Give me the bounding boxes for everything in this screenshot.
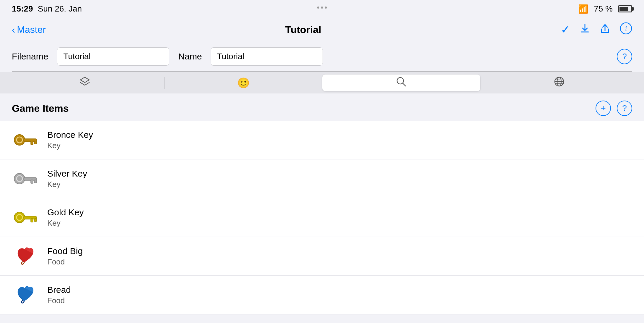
item-icon-gold-key <box>12 204 38 231</box>
list-item[interactable]: Silver Key Key <box>0 159 644 198</box>
tab-search[interactable] <box>322 75 480 91</box>
battery-percent: 75 % <box>594 4 613 14</box>
nav-bar: ‹ Master Tutorial ✓ i <box>0 18 644 41</box>
svg-rect-11 <box>34 141 37 144</box>
item-icon-food-big <box>12 243 38 269</box>
item-type: Key <box>47 141 93 150</box>
item-text-food-big: Food Big Food <box>47 246 83 267</box>
item-name: Gold Key <box>47 207 84 217</box>
status-date: Sun 26. Jan <box>38 4 82 14</box>
item-name: Bronce Key <box>47 130 93 140</box>
item-name: Silver Key <box>47 169 87 179</box>
name-label: Name <box>178 51 202 62</box>
tab-bar: 🙂 <box>0 72 644 93</box>
list-item[interactable]: Food Big Food <box>0 237 644 276</box>
svg-rect-20 <box>31 219 33 222</box>
battery-icon <box>618 5 632 12</box>
game-items-list: Bronce Key Key Silver Key Key <box>0 121 644 314</box>
svg-rect-16 <box>34 180 37 183</box>
item-text-bread: Bread Food <box>47 285 71 305</box>
svg-rect-21 <box>34 219 37 222</box>
nav-actions: ✓ i <box>561 22 632 37</box>
item-icon-bread <box>12 282 38 308</box>
item-name: Bread <box>47 285 71 295</box>
add-item-button[interactable]: + <box>596 101 611 116</box>
svg-point-17 <box>14 212 25 223</box>
back-label: Master <box>17 24 46 35</box>
back-chevron-icon: ‹ <box>12 24 15 35</box>
info-button[interactable]: i <box>620 22 632 37</box>
item-type: Food <box>47 257 83 267</box>
item-text-bronce-key: Bronce Key Key <box>47 130 93 150</box>
form-area: Filename Name ? <box>0 41 644 72</box>
check-button[interactable]: ✓ <box>561 23 570 36</box>
svg-rect-10 <box>31 141 33 145</box>
name-input[interactable] <box>211 47 323 66</box>
nav-title: Tutorial <box>46 24 561 35</box>
item-name: Food Big <box>47 246 83 256</box>
three-dots <box>317 7 327 9</box>
item-text-gold-key: Gold Key Key <box>47 207 84 228</box>
filename-label: Filename <box>12 51 48 62</box>
wifi-icon: 📶 <box>578 4 588 14</box>
item-type: Key <box>47 219 84 228</box>
tab-globe[interactable] <box>480 75 638 91</box>
item-icon-bronce-key <box>12 127 38 153</box>
section-header: Game Items + ? <box>0 93 644 121</box>
section-help-button[interactable]: ? <box>617 101 632 116</box>
globe-icon <box>554 76 565 90</box>
svg-rect-15 <box>31 180 33 183</box>
layers-icon <box>79 76 90 90</box>
svg-point-7 <box>14 135 25 145</box>
item-text-silver-key: Silver Key Key <box>47 169 87 189</box>
status-bar: 15:29 Sun 26. Jan 📶 75 % <box>0 0 644 18</box>
list-item[interactable]: Gold Key Key <box>0 198 644 237</box>
svg-point-12 <box>14 173 25 184</box>
status-time: 15:29 <box>12 4 33 14</box>
section-title: Game Items <box>12 103 69 114</box>
back-button[interactable]: ‹ Master <box>12 24 46 35</box>
svg-line-3 <box>403 83 406 86</box>
section-actions: + ? <box>596 101 632 116</box>
download-button[interactable] <box>580 23 590 36</box>
form-help-button[interactable]: ? <box>617 49 632 64</box>
item-type: Food <box>47 296 71 305</box>
share-button[interactable] <box>600 22 610 37</box>
item-type: Key <box>47 180 87 189</box>
svg-text:i: i <box>625 25 627 32</box>
item-icon-silver-key <box>12 165 38 192</box>
list-item[interactable]: Bread Food <box>0 276 644 314</box>
emoji-icon: 🙂 <box>237 77 250 89</box>
tab-layers[interactable] <box>6 75 164 91</box>
list-item[interactable]: Bronce Key Key <box>0 121 644 159</box>
filename-input[interactable] <box>57 47 169 66</box>
tab-emoji[interactable]: 🙂 <box>165 75 323 91</box>
search-icon <box>396 76 407 90</box>
